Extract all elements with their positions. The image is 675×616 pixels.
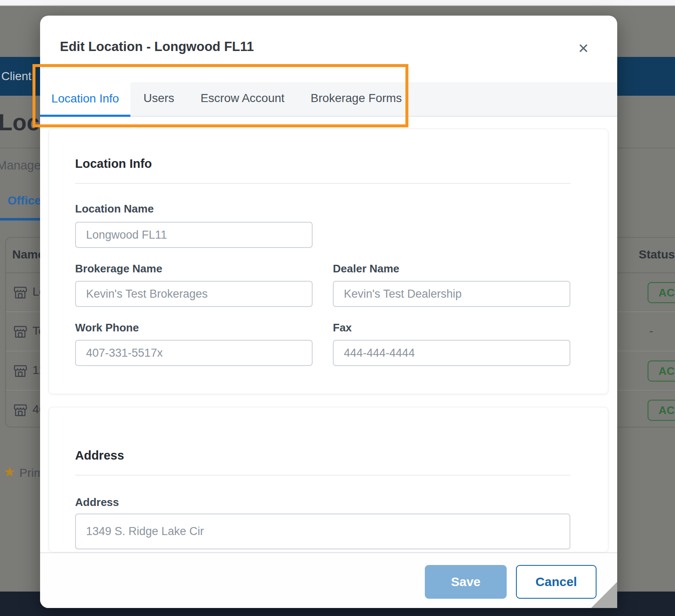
browser-top-strip: [0, 0, 675, 6]
dealer-name-label: Dealer Name: [333, 262, 400, 275]
location-name-input[interactable]: [75, 222, 313, 248]
brokerage-name-input[interactable]: [75, 281, 313, 307]
dealer-name-input[interactable]: [333, 281, 570, 307]
resize-corner: [591, 582, 617, 608]
address-label: Address: [75, 496, 119, 509]
tab-offices-underline: [0, 218, 42, 221]
status-badge: ACTIVE: [648, 360, 675, 382]
modal-tab-bar: Location Info Users Escrow Account Broke…: [40, 82, 617, 117]
tab-location-info[interactable]: Location Info: [40, 82, 130, 117]
fax-label: Fax: [333, 321, 352, 334]
location-name-label: Location Name: [75, 202, 154, 215]
section-divider: [75, 183, 570, 184]
status-empty: -: [649, 324, 653, 338]
navbar-item-client[interactable]: Client: [1, 57, 32, 96]
close-icon[interactable]: ✕: [572, 38, 594, 59]
storefront-icon: [12, 363, 28, 379]
location-info-heading: Location Info: [75, 157, 152, 171]
section-divider: [75, 475, 570, 476]
status-badge: ACTIVE: [648, 282, 675, 303]
address-input[interactable]: [75, 514, 570, 549]
column-header-name: Name: [12, 248, 44, 261]
tab-brokerage-forms[interactable]: Brokerage Forms: [297, 82, 415, 116]
storefront-icon: [12, 402, 28, 418]
location-info-card: Location Info Location Name Brokerage Na…: [49, 129, 608, 394]
cancel-button[interactable]: Cancel: [516, 565, 597, 599]
work-phone-label: Work Phone: [75, 321, 139, 334]
save-button[interactable]: Save: [425, 565, 507, 599]
brokerage-name-label: Brokerage Name: [75, 262, 162, 275]
page-subtitle: Manage: [0, 159, 41, 172]
storefront-icon: [12, 324, 28, 340]
tab-escrow-account[interactable]: Escrow Account: [187, 82, 297, 116]
tab-users[interactable]: Users: [130, 82, 187, 116]
work-phone-input[interactable]: [75, 340, 313, 366]
fax-input[interactable]: [333, 340, 570, 366]
status-badge: ACTIVE: [648, 400, 675, 421]
primary-star-icon: ★: [3, 464, 16, 480]
storefront-icon: [12, 285, 28, 301]
modal-title: Edit Location - Longwood FL11: [60, 39, 254, 54]
edit-location-modal: Edit Location - Longwood FL11 ✕ Location…: [40, 16, 617, 608]
address-card: Address Address: [49, 407, 608, 552]
modal-footer: Save Cancel: [40, 552, 617, 608]
address-heading: Address: [75, 449, 124, 463]
column-header-status: Status: [639, 248, 675, 261]
